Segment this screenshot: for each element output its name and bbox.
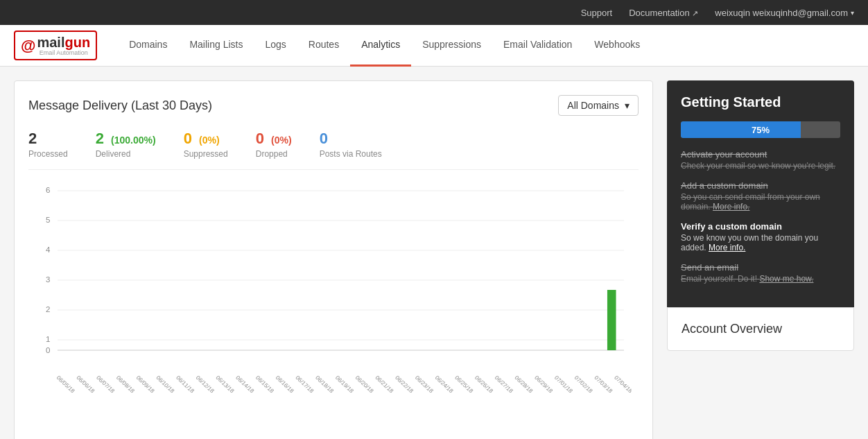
- nav-mailing-lists[interactable]: Mailing Lists: [178, 25, 254, 67]
- svg-text:06/14/18: 06/14/18: [234, 375, 255, 394]
- documentation-link[interactable]: Documentation ↗: [629, 8, 698, 18]
- top-bar: Support Documentation ↗ weixuqin weixuqi…: [0, 0, 868, 25]
- stat-processed: 2 Processed: [28, 130, 68, 159]
- chart-title: Message Delivery (Last 30 Days): [28, 98, 212, 113]
- stat-dropped: 0 (0%) Dropped: [256, 130, 292, 159]
- svg-text:06/05/18: 06/05/18: [56, 375, 76, 394]
- getting-started-title: Getting Started: [681, 94, 840, 110]
- gs-verify-domain-title: Verify a custom domain: [681, 221, 840, 232]
- logo-subtitle: Email Automation: [37, 49, 90, 56]
- main-content: Message Delivery (Last 30 Days) All Doma…: [0, 67, 868, 439]
- chart-panel: Message Delivery (Last 30 Days) All Doma…: [14, 80, 653, 439]
- nav-domains[interactable]: Domains: [118, 25, 178, 67]
- gs-verify-domain-more-info[interactable]: More info.: [709, 243, 745, 252]
- nav-bar: @ mailgun Email Automation Domains Maili…: [0, 25, 868, 67]
- chart-area: 0 1 2 3 4 5 6: [28, 184, 639, 364]
- svg-text:06/17/18: 06/17/18: [294, 375, 315, 394]
- gs-item-send-email: Send an email Email yourself. Do it! Sho…: [681, 262, 840, 284]
- svg-text:06/16/18: 06/16/18: [275, 375, 295, 394]
- svg-text:06/21/18: 06/21/18: [374, 375, 394, 394]
- progress-label: 75%: [681, 121, 840, 138]
- logo-mail-text: mail: [37, 35, 64, 50]
- svg-rect-14: [607, 290, 616, 350]
- nav-routes[interactable]: Routes: [297, 25, 350, 67]
- stat-delivered-value: 2 (100.00%): [96, 130, 156, 148]
- svg-text:06/22/18: 06/22/18: [394, 375, 415, 394]
- stat-dropped-value: 0 (0%): [256, 130, 292, 148]
- nav-email-validation[interactable]: Email Validation: [492, 25, 583, 67]
- chart-svg: 0 1 2 3 4 5 6: [28, 184, 639, 364]
- gs-verify-domain-desc: So we know you own the domain you added.…: [681, 233, 840, 252]
- svg-text:06/06/18: 06/06/18: [75, 375, 96, 394]
- stat-processed-label: Processed: [28, 149, 68, 159]
- logo[interactable]: @ mailgun Email Automation: [14, 31, 97, 60]
- chevron-down-icon: ▾: [625, 100, 630, 111]
- svg-text:06/15/18: 06/15/18: [254, 375, 275, 394]
- stats-row: 2 Processed 2 (100.00%) Delivered 0 (0%)…: [28, 130, 639, 170]
- svg-text:07/02/18: 07/02/18: [573, 375, 594, 394]
- nav-webhooks[interactable]: Webhooks: [583, 25, 651, 67]
- svg-text:06/09/18: 06/09/18: [134, 375, 155, 394]
- gs-item-add-domain: Add a custom domain So you can send emai…: [681, 180, 840, 212]
- svg-text:2: 2: [46, 305, 50, 313]
- x-axis-labels: 06/05/18 06/06/18 06/07/18 06/08/18 06/0…: [56, 371, 632, 420]
- svg-text:06/18/18: 06/18/18: [314, 375, 335, 394]
- svg-text:06/25/18: 06/25/18: [453, 375, 474, 394]
- svg-text:5: 5: [46, 216, 50, 224]
- stat-posts-label: Posts via Routes: [320, 149, 382, 159]
- svg-text:06/12/18: 06/12/18: [195, 375, 216, 394]
- svg-text:06/20/18: 06/20/18: [354, 375, 375, 394]
- gs-send-email-show-me[interactable]: Show me how.: [759, 274, 813, 284]
- user-email-label: weixuqin weixuqinhd@gmail.com: [715, 8, 848, 18]
- support-link[interactable]: Support: [581, 8, 613, 18]
- svg-text:07/01/18: 07/01/18: [553, 375, 574, 394]
- logo-at-symbol: @: [21, 37, 35, 55]
- gs-send-email-title: Send an email: [681, 262, 840, 273]
- gs-add-domain-desc: So you can send email from your own doma…: [681, 192, 840, 212]
- main-nav: Domains Mailing Lists Logs Routes Analyt…: [118, 25, 651, 66]
- domain-selector[interactable]: All Domains ▾: [558, 95, 639, 116]
- stat-suppressed: 0 (0%) Suppressed: [184, 130, 228, 159]
- chevron-down-icon: ▾: [851, 9, 854, 17]
- svg-text:06/19/18: 06/19/18: [334, 375, 355, 394]
- svg-text:06/26/18: 06/26/18: [474, 375, 494, 394]
- domain-selector-label: All Domains: [567, 100, 619, 111]
- gs-add-domain-title: Add a custom domain: [681, 180, 840, 191]
- gs-item-activate-account: Activate your account Check your email s…: [681, 149, 840, 171]
- nav-analytics[interactable]: Analytics: [350, 25, 411, 67]
- stat-suppressed-value: 0 (0%): [184, 130, 228, 148]
- gs-add-domain-more-info[interactable]: More info.: [713, 202, 749, 212]
- svg-text:3: 3: [46, 275, 50, 284]
- svg-text:06/10/18: 06/10/18: [155, 375, 175, 394]
- right-panel: Getting Started 75% Activate your accoun…: [667, 80, 854, 439]
- nav-suppressions[interactable]: Suppressions: [411, 25, 492, 67]
- svg-text:07/03/18: 07/03/18: [593, 375, 614, 394]
- svg-text:06/29/18: 06/29/18: [533, 375, 554, 394]
- gs-activate-title: Activate your account: [681, 149, 840, 160]
- chart-header: Message Delivery (Last 30 Days) All Doma…: [28, 95, 639, 116]
- account-overview-panel: Account Overview: [667, 307, 854, 351]
- account-overview-title: Account Overview: [682, 322, 840, 336]
- stat-posts-value: 0: [320, 130, 382, 148]
- stat-delivered-label: Delivered: [96, 149, 156, 159]
- stat-processed-value: 2: [28, 130, 68, 148]
- user-menu[interactable]: weixuqin weixuqinhd@gmail.com ▾: [715, 8, 854, 18]
- gs-activate-desc: Check your email so we know you're legit…: [681, 161, 840, 171]
- svg-text:06/28/18: 06/28/18: [513, 375, 534, 394]
- progress-bar: 75%: [681, 121, 840, 138]
- svg-text:06/23/18: 06/23/18: [414, 375, 435, 394]
- stat-suppressed-label: Suppressed: [184, 149, 228, 159]
- x-axis-svg: 06/05/18 06/06/18 06/07/18 06/08/18 06/0…: [56, 371, 632, 420]
- stat-delivered: 2 (100.00%) Delivered: [96, 130, 156, 159]
- gs-send-email-desc: Email yourself. Do it! Show me how.: [681, 274, 840, 284]
- stat-posts-via-routes: 0 Posts via Routes: [320, 130, 382, 159]
- stat-dropped-pct: (0%): [271, 135, 292, 146]
- svg-text:06/07/18: 06/07/18: [95, 375, 116, 394]
- svg-text:06/24/18: 06/24/18: [433, 375, 454, 394]
- svg-text:06/08/18: 06/08/18: [115, 375, 136, 394]
- nav-logs[interactable]: Logs: [254, 25, 297, 67]
- external-link-icon: ↗: [692, 9, 698, 17]
- svg-text:07/04/18: 07/04/18: [613, 375, 632, 394]
- stat-suppressed-pct: (0%): [199, 135, 220, 146]
- stat-delivered-pct: (100.00%): [111, 135, 156, 146]
